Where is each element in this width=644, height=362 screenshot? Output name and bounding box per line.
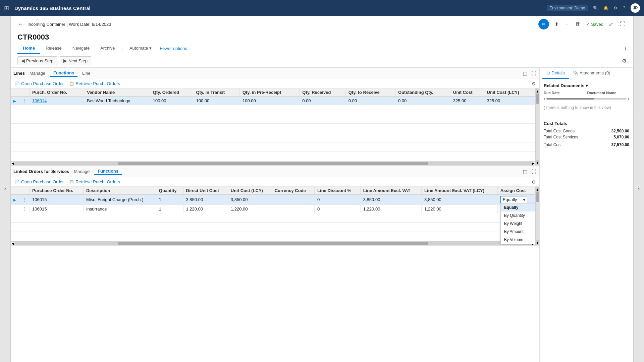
total-cost-goods-value: 32,500.00 — [611, 129, 629, 133]
settings-icon[interactable]: ⚙ — [614, 6, 618, 10]
svc-table-row-1[interactable]: ▶ ⋮ 106015 Misc. Freight Charge (Purch.)… — [11, 195, 535, 205]
dropdown-item-by-volume[interactable]: By Volume — [501, 236, 535, 244]
retrieve-purch-orders-button[interactable]: 📋 Retrieve Purch. Orders — [68, 80, 121, 87]
services-v-scroll[interactable]: ▲ ▼ — [535, 187, 539, 245]
svc-v-scroll-up[interactable]: ▲ — [536, 187, 539, 192]
panel-tab-attachments[interactable]: 📎 Attachments (0) — [569, 68, 614, 79]
lines-tab-functions[interactable]: Functions — [50, 70, 77, 77]
svc-row1-line-discount: 0 — [315, 195, 361, 205]
h-scroll-right[interactable]: ▶ — [532, 162, 535, 165]
share-button[interactable]: ⬆ — [553, 20, 560, 29]
grid-icon[interactable]: ⊞ — [4, 4, 9, 12]
lines-section-toolbar: Lines Manage Functions Line ⬚ ⛶ — [11, 68, 539, 79]
tab-archive[interactable]: Archive — [95, 43, 120, 54]
help-icon[interactable]: ? — [623, 6, 625, 10]
lines-v-scroll[interactable]: ▲ ▼ — [535, 88, 539, 165]
delete-button[interactable]: 🗑 — [574, 20, 582, 28]
col-outstanding-qty: Outstanding Qty. — [395, 88, 450, 97]
add-button[interactable]: + — [564, 20, 570, 28]
svc-row1-assign-cost[interactable]: Equally ▼ Equally By Quantity — [497, 195, 535, 205]
services-collapse-icon[interactable]: ⛶ — [531, 168, 537, 175]
lines-tab-line[interactable]: Line — [79, 70, 94, 76]
panel-scroll-left[interactable]: ‹ — [544, 97, 545, 101]
dropdown-item-by-amount[interactable]: By Amount — [501, 228, 535, 236]
lines-collapse-icon[interactable]: ⛶ — [531, 70, 537, 77]
svc-row2-menu[interactable]: ⋮ — [19, 205, 30, 213]
info-icon-right[interactable]: ℹ — [625, 46, 627, 51]
page-header: ← Incoming Container | Work Date: 8/14/2… — [11, 16, 633, 68]
svc-row1-description: Misc. Freight Charge (Purch.) — [83, 195, 156, 205]
panel-scroll-track[interactable] — [546, 98, 627, 100]
services-h-scroll[interactable]: ◀ ▶ — [11, 241, 535, 245]
tab-release[interactable]: Release — [40, 43, 67, 54]
user-avatar[interactable]: JP — [631, 3, 640, 13]
h-scroll-track[interactable] — [14, 162, 532, 165]
dropdown-item-by-quantity[interactable]: By Quantity — [501, 212, 535, 220]
svc-row2-arrow — [11, 205, 19, 213]
table-row[interactable]: ▶ ⋮ 106014 BestWood Technology 100.00 10… — [11, 97, 535, 105]
lines-settings-icon[interactable]: ⚙ — [531, 81, 537, 86]
bell-icon[interactable]: 🔔 — [603, 6, 608, 10]
environment-badge: Environment: Demo — [547, 5, 588, 11]
services-retrieve-purch-orders-button[interactable]: 📋 Retrieve Purch. Orders — [68, 179, 121, 185]
panel-tab-details[interactable]: ⊙ Details — [542, 68, 569, 79]
lines-gear-icon[interactable]: ⚙ — [531, 80, 537, 87]
services-tab-functions[interactable]: Functions — [94, 168, 122, 175]
right-nav-arrow[interactable]: › — [633, 16, 644, 362]
panel-scroll-right[interactable]: › — [628, 97, 629, 101]
expand-arrow-icon[interactable]: ▾ — [586, 83, 588, 88]
svc-table-row-empty-1 — [11, 213, 535, 223]
step-bar: ◀ Previous Step ▶ Next Step ⚙ — [17, 54, 627, 67]
svc-col-direct-unit-cost: Direct Unit Cost — [183, 187, 228, 195]
previous-step-button[interactable]: ◀ Previous Step — [17, 56, 57, 65]
services-gear-icon[interactable]: ⚙ — [531, 179, 537, 185]
page-header-top: ← Incoming Container | Work Date: 8/14/2… — [17, 19, 627, 32]
svc-v-scroll-down[interactable]: ▼ — [536, 240, 539, 245]
left-nav-arrow[interactable]: ‹ — [0, 16, 11, 362]
open-purchase-order-button[interactable]: 📄 Open Purchase Order — [13, 80, 65, 87]
svc-table-row-2[interactable]: ⋮ 106015 Insurrance 1 1,220.00 1,220.00 … — [11, 205, 535, 213]
tab-automate[interactable]: Automate ▾ — [124, 43, 157, 54]
svc-h-scroll-left[interactable]: ◀ — [11, 242, 14, 245]
cell-qty-to-receive: 0.00 — [345, 97, 395, 105]
fewer-options-link[interactable]: Fewer options — [160, 46, 187, 51]
cell-purch-order-no[interactable]: 106014 — [30, 97, 84, 105]
open-in-new-icon[interactable]: ⤢ — [607, 20, 614, 29]
tab-navigate[interactable]: Navigate — [67, 43, 95, 54]
svc-row2-direct-unit-cost: 1,220.00 — [183, 205, 228, 213]
edit-button[interactable]: ✏ — [538, 19, 549, 29]
svc-v-scroll-track[interactable] — [536, 192, 539, 240]
lines-expand-icon[interactable]: ⬚ — [522, 70, 528, 77]
dropdown-item-equally[interactable]: Equally — [501, 203, 535, 212]
dropdown-select-1[interactable]: Equally — [500, 196, 527, 203]
col-vendor-name: Vendor Name — [84, 88, 150, 97]
lines-h-scroll[interactable]: ◀ ▶ — [11, 161, 535, 165]
h-scroll-left[interactable]: ◀ — [11, 162, 14, 165]
svc-h-scroll-track[interactable] — [14, 242, 532, 245]
services-tab-manage[interactable]: Manage — [70, 168, 93, 175]
row-menu[interactable]: ⋮ — [19, 97, 30, 105]
svc-row2-description: Insurrance — [83, 205, 156, 213]
lines-tab-manage[interactable]: Manage — [26, 70, 49, 76]
svc-row1-menu[interactable]: ⋮ — [19, 195, 30, 205]
next-step-button[interactable]: ▶ Next Step — [60, 56, 91, 65]
table-row-empty-1 — [11, 105, 535, 114]
col-qty-ordered: Qty. Ordered — [150, 88, 193, 97]
v-scroll-down[interactable]: ▼ — [536, 160, 539, 165]
tab-home[interactable]: Home — [17, 43, 40, 54]
breadcrumb: Incoming Container | Work Date: 8/14/202… — [28, 22, 111, 27]
assign-cost-dropdown-1[interactable]: Equally ▼ Equally By Quantity — [500, 196, 527, 203]
search-icon[interactable]: 🔍 — [593, 6, 598, 10]
cell-qty-ordered: 100.00 — [150, 97, 193, 105]
services-expand-icon[interactable]: ⬚ — [522, 168, 528, 175]
services-settings-icon[interactable]: ⚙ — [531, 179, 537, 185]
v-scroll-up[interactable]: ▲ — [536, 88, 539, 94]
dropdown-item-by-weight[interactable]: By Weight — [501, 220, 535, 228]
v-scroll-track[interactable] — [536, 94, 539, 160]
table-row-empty-6 — [11, 152, 535, 161]
services-open-purchase-order-button[interactable]: 📄 Open Purchase Order — [13, 179, 65, 185]
fullscreen-icon[interactable]: ⛶ — [619, 20, 627, 28]
cell-qty-received: 0.00 — [300, 97, 346, 105]
back-button[interactable]: ← — [17, 21, 23, 28]
step-settings-icon[interactable]: ⚙ — [622, 58, 627, 64]
